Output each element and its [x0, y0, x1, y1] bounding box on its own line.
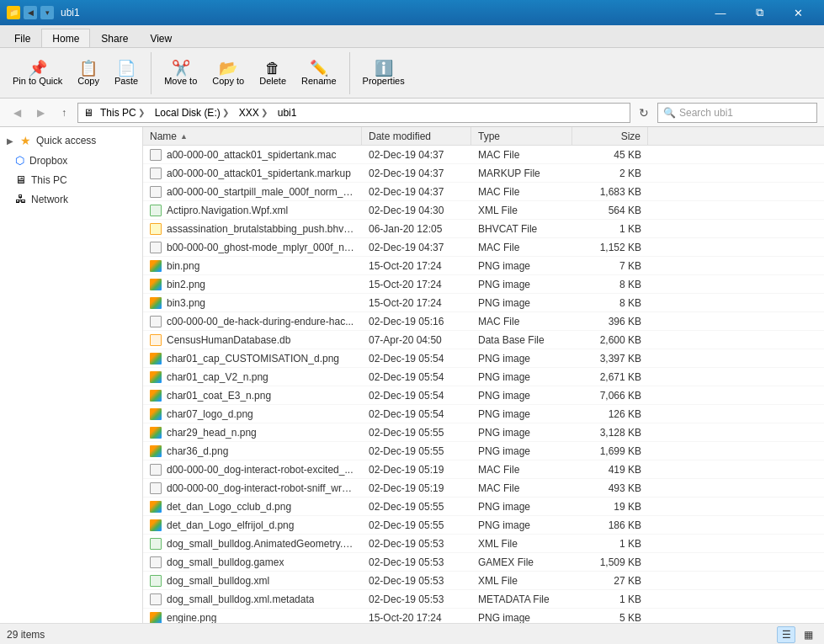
table-row[interactable]: CensusHumanDatabase.db 07-Apr-20 04:50 D…	[143, 331, 824, 349]
file-date: 02-Dec-19 04:37	[362, 168, 471, 179]
col-header-date[interactable]: Date modified	[362, 127, 471, 146]
file-name: a00-000-00_attack01_spidertank.markup	[167, 168, 351, 179]
file-date: 02-Dec-19 04:37	[362, 242, 471, 253]
address-part-local-disk[interactable]: Local Disk (E:) ❯	[152, 105, 232, 120]
table-row[interactable]: Actipro.Navigation.Wpf.xml 02-Dec-19 04:…	[143, 201, 824, 220]
move-to-button[interactable]: ✂️ Move to	[158, 57, 203, 89]
file-icon	[150, 445, 162, 457]
sidebar-item-dropbox[interactable]: ⬡ Dropbox	[0, 151, 142, 170]
table-row[interactable]: a00-000-00_attack01_spidertank.mac 02-De…	[143, 146, 824, 164]
back-icon-tb[interactable]: ◀	[24, 6, 37, 19]
file-name: det_dan_Logo_cclub_d.png	[167, 501, 291, 513]
table-row[interactable]: dog_small_bulldog.AnimatedGeometry.n... …	[143, 535, 824, 553]
tab-home[interactable]: Home	[41, 29, 90, 47]
up-button[interactable]: ↑	[54, 103, 74, 123]
address-part-this-pc[interactable]: This PC ❯	[97, 105, 148, 120]
table-row[interactable]: a00-000-00_attack01_spidertank.markup 02…	[143, 164, 824, 183]
table-row[interactable]: b00-000-00_ghost-mode_mplyr_000f_nor... …	[143, 238, 824, 257]
properties-icon: ℹ️	[375, 61, 393, 76]
table-row[interactable]: dog_small_bulldog.xml.metadata 02-Dec-19…	[143, 590, 824, 609]
table-row[interactable]: bin2.png 15-Oct-20 17:24 PNG image 8 KB	[143, 275, 824, 294]
paste-button[interactable]: 📄 Paste	[109, 57, 144, 89]
sidebar-item-this-pc[interactable]: 🖥 This PC	[0, 170, 142, 189]
search-icon: 🔍	[663, 107, 676, 119]
properties-button[interactable]: ℹ️ Properties	[357, 57, 411, 89]
table-row[interactable]: d00-000-00_dog-interact-robot-sniff_wro.…	[143, 479, 824, 498]
col-header-type[interactable]: Type	[471, 127, 572, 146]
col-header-size[interactable]: Size	[572, 127, 648, 146]
table-row[interactable]: dog_small_bulldog.xml 02-Dec-19 05:53 XM…	[143, 572, 824, 590]
title-bar-icons: 📁 ◀ ▾	[7, 6, 54, 19]
file-size: 2 KB	[572, 168, 648, 179]
forward-button[interactable]: ▶	[30, 103, 51, 123]
file-icon	[150, 279, 162, 290]
delete-button[interactable]: 🗑 Delete	[253, 57, 292, 89]
search-box[interactable]: 🔍 Search ubi1	[657, 103, 817, 123]
file-icon	[150, 575, 162, 587]
tab-file[interactable]: File	[3, 29, 41, 47]
folder-icon-tb: 📁	[7, 6, 20, 19]
table-row[interactable]: engine.png 15-Oct-20 17:24 PNG image 5 K…	[143, 609, 824, 623]
view-details-button[interactable]: ☰	[777, 626, 795, 643]
minimize-button[interactable]: —	[701, 0, 740, 25]
table-row[interactable]: bin.png 15-Oct-20 17:24 PNG image 7 KB	[143, 257, 824, 275]
address-part-ubi1[interactable]: ubi1	[274, 105, 300, 120]
refresh-button[interactable]: ↻	[634, 103, 654, 123]
file-size: 45 KB	[572, 149, 648, 161]
dropdown-icon-tb[interactable]: ▾	[40, 6, 54, 19]
address-part-xxx[interactable]: XXX ❯	[236, 105, 271, 120]
back-button[interactable]: ◀	[7, 103, 27, 123]
file-date: 02-Dec-19 04:30	[362, 205, 471, 216]
table-row[interactable]: assassination_brutalstabbing_push.bhvcat…	[143, 220, 824, 238]
file-name: engine.png	[167, 612, 216, 624]
table-row[interactable]: dog_small_bulldog.gamex 02-Dec-19 05:53 …	[143, 553, 824, 572]
sort-arrow-name: ▲	[180, 132, 188, 141]
sidebar-item-quick-access[interactable]: ▶ ★ Quick access	[0, 130, 142, 151]
file-name: b00-000-00_ghost-mode_mplyr_000f_nor...	[167, 242, 355, 253]
sidebar-item-network[interactable]: 🖧 Network	[0, 189, 142, 209]
file-name: char07_logo_d.png	[167, 408, 253, 420]
file-name: char01_cap_CUSTOMISATION_d.png	[167, 353, 339, 365]
maximize-button[interactable]: ⧉	[740, 0, 779, 25]
file-date: 02-Dec-19 05:55	[362, 501, 471, 513]
table-row[interactable]: bin3.png 15-Oct-20 17:24 PNG image 8 KB	[143, 294, 824, 312]
file-type: METADATA File	[471, 593, 572, 605]
table-row[interactable]: char36_d.png 02-Dec-19 05:55 PNG image 1…	[143, 442, 824, 460]
tab-view[interactable]: View	[139, 29, 183, 47]
address-bar[interactable]: 🖥 This PC ❯ Local Disk (E:) ❯ XXX ❯ ubi1	[77, 103, 630, 123]
file-size: 2,671 KB	[572, 371, 648, 383]
file-icon	[150, 353, 162, 365]
table-row[interactable]: char01_coat_E3_n.png 02-Dec-19 05:54 PNG…	[143, 386, 824, 405]
file-size: 2,600 KB	[572, 334, 648, 346]
file-type: BHVCAT File	[471, 223, 572, 235]
file-icon	[150, 427, 162, 439]
title-bar: 📁 ◀ ▾ ubi1 — ⧉ ✕	[0, 0, 824, 25]
copy-to-button[interactable]: 📂 Copy to	[206, 57, 250, 89]
pin-quick-access-button[interactable]: 📌 Pin to Quick	[7, 57, 68, 89]
table-row[interactable]: char29_head_n.png 02-Dec-19 05:55 PNG im…	[143, 423, 824, 442]
copy-button[interactable]: 📋 Copy	[72, 57, 105, 89]
table-row[interactable]: d00-000-00_dog-interact-robot-excited_..…	[143, 460, 824, 479]
file-name: c00-000-00_de-hack-during-endure-hac...	[167, 316, 354, 327]
file-size: 1 KB	[572, 223, 648, 235]
file-size: 126 KB	[572, 408, 648, 420]
file-type: MAC File	[471, 186, 572, 198]
table-row[interactable]: char07_logo_d.png 02-Dec-19 05:54 PNG im…	[143, 405, 824, 423]
table-row[interactable]: char01_cap_V2_n.png 02-Dec-19 05:54 PNG …	[143, 368, 824, 386]
file-type: MARKUP File	[471, 168, 572, 179]
table-row[interactable]: a00-000-00_startpill_male_000f_norm_no..…	[143, 183, 824, 201]
table-row[interactable]: det_dan_Logo_cclub_d.png 02-Dec-19 05:55…	[143, 498, 824, 516]
rename-button[interactable]: ✏️ Rename	[295, 57, 343, 89]
file-name: char29_head_n.png	[167, 427, 257, 439]
file-size: 7 KB	[572, 260, 648, 272]
table-row[interactable]: det_dan_Logo_elfrijol_d.png 02-Dec-19 05…	[143, 516, 824, 535]
col-header-name[interactable]: Name ▲	[143, 127, 362, 146]
file-type: PNG image	[471, 390, 572, 402]
table-row[interactable]: char01_cap_CUSTOMISATION_d.png 02-Dec-19…	[143, 349, 824, 368]
sidebar: ▶ ★ Quick access ⬡ Dropbox 🖥 This PC 🖧 N…	[0, 127, 143, 623]
view-large-button[interactable]: ▦	[799, 626, 817, 643]
close-button[interactable]: ✕	[779, 0, 817, 25]
table-row[interactable]: c00-000-00_de-hack-during-endure-hac... …	[143, 312, 824, 331]
tab-share[interactable]: Share	[90, 29, 139, 47]
file-name: bin.png	[167, 260, 199, 272]
